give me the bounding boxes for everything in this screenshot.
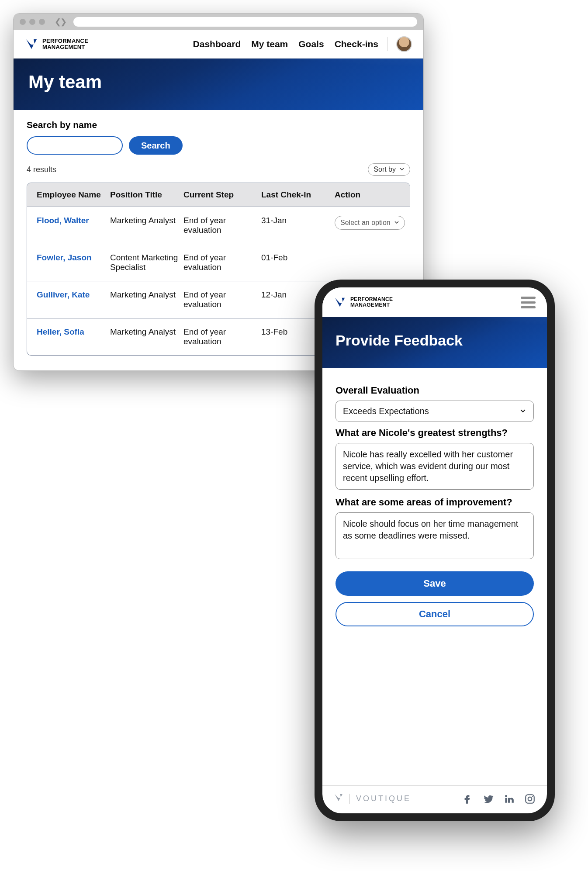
employee-link[interactable]: Heller, Sofia: [37, 327, 107, 337]
sort-by-dropdown[interactable]: Sort by: [368, 163, 410, 176]
current-step: End of year evaluation: [183, 216, 258, 235]
overall-eval-value: Exceeds Expectations: [343, 406, 429, 416]
app-name: PERFORMANCE MANAGEMENT: [42, 38, 88, 50]
svg-point-2: [532, 795, 533, 796]
sort-by-label: Sort by: [374, 166, 396, 173]
nav-dashboard[interactable]: Dashboard: [193, 39, 241, 49]
logo-mark-icon: [334, 296, 346, 308]
user-avatar[interactable]: [396, 36, 412, 52]
mobile-page-title: Provide Feedback: [336, 332, 534, 349]
position-title: Marketing Analyst: [110, 216, 180, 225]
save-button[interactable]: Save: [336, 571, 534, 596]
current-step: End of year evaluation: [183, 327, 258, 346]
app-name: PERFORMANCE MANAGEMENT: [350, 297, 393, 308]
current-step: End of year evaluation: [183, 253, 258, 272]
current-step: End of year evaluation: [183, 290, 258, 309]
window-minimize-button[interactable]: [29, 19, 35, 25]
col-action: Action: [335, 190, 400, 200]
employee-link[interactable]: Flood, Walter: [37, 216, 107, 225]
app-logo[interactable]: PERFORMANCE MANAGEMENT: [334, 296, 393, 308]
table-row: Flood, WalterMarketing AnalystEnd of yea…: [27, 207, 410, 244]
chevron-down-icon: [394, 219, 399, 227]
position-title: Marketing Analyst: [110, 327, 180, 337]
svg-rect-0: [526, 795, 534, 803]
results-count: 4 results: [27, 165, 56, 174]
search-input[interactable]: [27, 136, 123, 155]
page-title: My team: [28, 72, 408, 93]
overall-eval-label: Overall Evaluation: [336, 385, 534, 396]
browser-titlebar: ❮ ❯: [14, 14, 423, 30]
table-row: Fowler, JasonContent Marketing Specialis…: [27, 244, 410, 281]
chevron-down-icon: [519, 406, 526, 416]
nav-my-team[interactable]: My team: [251, 39, 288, 49]
chevron-down-icon: [399, 166, 405, 173]
hamburger-menu-button[interactable]: [521, 297, 536, 308]
cancel-button[interactable]: Cancel: [336, 602, 534, 626]
improvement-textarea[interactable]: [336, 512, 534, 559]
window-close-button[interactable]: [20, 19, 26, 25]
mobile-top-nav: PERFORMANCE MANAGEMENT: [322, 287, 547, 317]
table-header: Employee Name Position Title Current Ste…: [27, 183, 410, 207]
strengths-question-label: What are Nicole's greatest strengths?: [336, 427, 534, 439]
mobile-page-hero: Provide Feedback: [322, 317, 547, 368]
svg-point-1: [528, 797, 532, 801]
last-checkin: 31-Jan: [261, 216, 331, 225]
logo-mark-icon: [25, 38, 38, 51]
top-nav: PERFORMANCE MANAGEMENT Dashboard My team…: [14, 30, 423, 59]
search-label: Search by name: [27, 120, 410, 130]
col-last-checkin: Last Chek-In: [261, 190, 331, 200]
app-logo[interactable]: PERFORMANCE MANAGEMENT: [25, 38, 88, 51]
url-bar[interactable]: [73, 17, 417, 27]
search-button[interactable]: Search: [129, 136, 183, 155]
facebook-icon[interactable]: [461, 793, 473, 805]
col-employee-name: Employee Name: [37, 190, 107, 200]
last-checkin: 01-Feb: [261, 253, 331, 263]
position-title: Content Marketing Specialist: [110, 253, 180, 272]
page-hero: My team: [14, 59, 423, 110]
footer-brand: VOUTIQUE: [334, 793, 411, 805]
strengths-textarea[interactable]: [336, 443, 534, 490]
employee-link[interactable]: Gulliver, Kate: [37, 290, 107, 300]
col-current-step: Current Step: [183, 190, 258, 200]
twitter-icon[interactable]: [482, 793, 494, 805]
mobile-screen: PERFORMANCE MANAGEMENT Provide Feedback …: [322, 287, 547, 813]
window-zoom-button[interactable]: [39, 19, 45, 25]
employee-link[interactable]: Fowler, Jason: [37, 253, 107, 263]
footer-logo-icon: [334, 793, 343, 805]
col-position-title: Position Title: [110, 190, 180, 200]
nav-divider: [387, 37, 387, 51]
nav-goals[interactable]: Goals: [298, 39, 324, 49]
action-select[interactable]: Select an option: [335, 216, 405, 230]
linkedin-icon[interactable]: [503, 793, 515, 805]
instagram-icon[interactable]: [524, 793, 536, 805]
improvement-question-label: What are some areas of improvement?: [336, 497, 534, 508]
overall-eval-select[interactable]: Exceeds Expectations: [336, 401, 534, 422]
nav-back-forward-icon[interactable]: ❮ ❯: [55, 17, 66, 27]
mobile-device-frame: PERFORMANCE MANAGEMENT Provide Feedback …: [315, 280, 555, 821]
nav-check-ins[interactable]: Check-ins: [335, 39, 378, 49]
footer-brand-text: VOUTIQUE: [356, 794, 411, 803]
position-title: Marketing Analyst: [110, 290, 180, 300]
mobile-footer: VOUTIQUE: [322, 785, 547, 813]
